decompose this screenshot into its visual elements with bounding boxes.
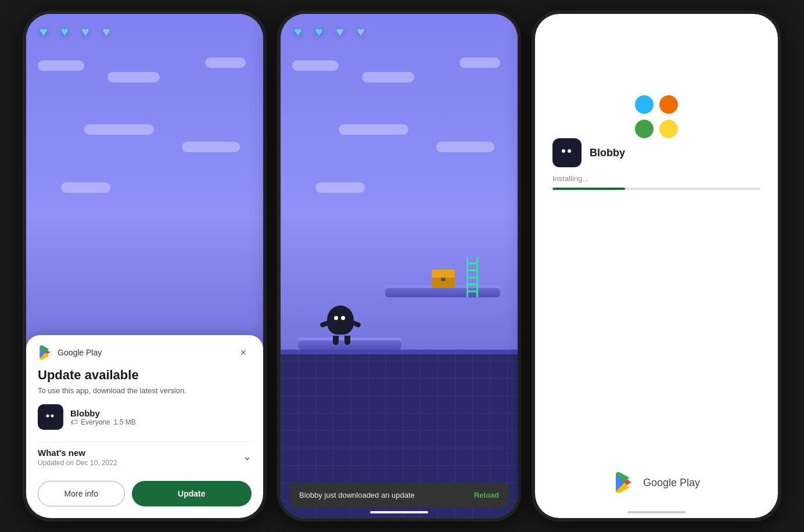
heart-4: ♥ bbox=[98, 24, 114, 39]
whats-new-title: What's new bbox=[38, 448, 117, 458]
svg-point-2 bbox=[51, 415, 54, 418]
ladder-2 bbox=[466, 257, 478, 297]
char-eye-right bbox=[341, 316, 345, 320]
heart-1: ♥ bbox=[35, 24, 52, 39]
progress-bar bbox=[552, 188, 760, 190]
heart-3: ♥ bbox=[77, 24, 94, 39]
whats-new-section: What's new Updated on Dec 10, 2022 ⌄ bbox=[38, 441, 252, 473]
blobby-character-2 bbox=[327, 305, 356, 340]
phone-frame-1: ♥ ♥ ♥ ♥ bbox=[23, 10, 267, 522]
app-info-row: Blobby 🏷 Everyone 1.5 MB bbox=[38, 404, 252, 430]
phone-frame-2: ♥ ♥ ♥ ♥ bbox=[277, 10, 521, 522]
dialog-subtitle: To use this app, download the latest ver… bbox=[38, 386, 252, 395]
gplay-footer: Google Play bbox=[613, 470, 700, 495]
snackbar-text: Blobby just downloaded an update bbox=[299, 491, 415, 499]
char-eye-left bbox=[334, 316, 338, 320]
install-app-icon bbox=[552, 138, 582, 167]
app-size: 1.5 MB bbox=[114, 418, 136, 426]
snackbar: Blobby just downloaded an update Reload bbox=[290, 483, 508, 508]
dot-green bbox=[635, 120, 654, 138]
platform-right bbox=[385, 288, 500, 297]
progress-bar-fill bbox=[552, 188, 625, 190]
app-icon bbox=[38, 404, 63, 430]
cloud-platform bbox=[339, 124, 408, 135]
cloud-platform bbox=[460, 57, 500, 68]
cloud-platform bbox=[362, 72, 414, 82]
install-app-name: Blobby bbox=[590, 147, 625, 159]
dialog-header: Google Play × bbox=[38, 344, 252, 361]
whats-new-date: Updated on Dec 10, 2022 bbox=[38, 459, 117, 467]
dot-orange bbox=[659, 95, 678, 114]
dot-blue bbox=[635, 95, 654, 114]
svg-point-6 bbox=[562, 149, 565, 153]
app-details: Blobby 🏷 Everyone 1.5 MB bbox=[70, 408, 136, 426]
app-rating: Everyone bbox=[81, 418, 110, 426]
char-leg-right bbox=[344, 336, 350, 345]
install-app-row: Blobby bbox=[552, 138, 760, 167]
game-screen-2: ♥ ♥ ♥ ♥ bbox=[281, 14, 518, 518]
app-name: Blobby bbox=[70, 408, 136, 418]
phone-frame-3: Blobby Installing... Google Play bbox=[532, 10, 781, 522]
svg-point-7 bbox=[568, 149, 571, 153]
gplay-footer-icon bbox=[613, 470, 637, 495]
cloud-platform bbox=[84, 124, 154, 135]
svg-point-5 bbox=[558, 143, 576, 161]
svg-rect-4 bbox=[52, 423, 55, 426]
home-indicator-3 bbox=[627, 511, 685, 513]
hearts-display: ♥ ♥ ♥ ♥ bbox=[35, 24, 114, 39]
install-screen: Blobby Installing... Google Play bbox=[535, 14, 778, 518]
svg-point-1 bbox=[46, 415, 49, 418]
svg-point-0 bbox=[42, 408, 59, 425]
chest-lock bbox=[441, 278, 446, 281]
cloud-platform bbox=[107, 72, 160, 82]
dialog-title: Update available bbox=[38, 368, 252, 383]
cloud-platform bbox=[315, 182, 365, 193]
heart-2: ♥ bbox=[56, 24, 73, 39]
char-body bbox=[327, 305, 354, 335]
cloud-platform bbox=[182, 142, 240, 152]
home-indicator-2 bbox=[370, 511, 428, 513]
svg-rect-8 bbox=[562, 159, 566, 163]
blobby-install-icon bbox=[555, 143, 579, 163]
google-play-logo: Google Play bbox=[38, 344, 102, 361]
cloud-platform bbox=[292, 60, 339, 71]
update-dialog: Google Play × Update available To use th… bbox=[26, 335, 263, 518]
heart-1: ♥ bbox=[290, 24, 306, 39]
google-play-icon bbox=[38, 344, 54, 361]
dot-yellow bbox=[659, 120, 678, 138]
cloud-platform bbox=[205, 57, 246, 68]
install-status: Installing... bbox=[552, 174, 760, 183]
char-legs bbox=[327, 336, 356, 345]
close-button[interactable]: × bbox=[235, 344, 252, 361]
rating-icon: 🏷 bbox=[70, 418, 77, 426]
cloud-platform bbox=[38, 60, 84, 71]
gplay-footer-text: Google Play bbox=[643, 477, 700, 489]
char-leg-left bbox=[333, 336, 339, 345]
svg-rect-3 bbox=[46, 423, 49, 426]
more-info-button[interactable]: More info bbox=[38, 481, 125, 506]
cloud-platform bbox=[436, 142, 494, 152]
install-app-info: Blobby Installing... bbox=[552, 138, 760, 190]
whats-new-content: What's new Updated on Dec 10, 2022 bbox=[38, 448, 117, 467]
app-meta: 🏷 Everyone 1.5 MB bbox=[70, 418, 136, 426]
treasure-chest-2 bbox=[432, 269, 455, 288]
google-play-label: Google Play bbox=[58, 348, 102, 357]
heart-3: ♥ bbox=[332, 24, 348, 39]
install-dots-grid bbox=[635, 95, 678, 138]
cloud-platform bbox=[61, 182, 110, 193]
blobby-mini-icon bbox=[40, 408, 61, 426]
chevron-down-icon[interactable]: ⌄ bbox=[243, 450, 252, 463]
hearts-display-2: ♥ ♥ ♥ ♥ bbox=[290, 24, 369, 39]
svg-rect-9 bbox=[568, 159, 572, 163]
action-row: More info Update bbox=[38, 481, 252, 506]
heart-2: ♥ bbox=[311, 24, 327, 39]
heart-4: ♥ bbox=[353, 24, 369, 39]
update-button[interactable]: Update bbox=[132, 481, 252, 506]
snackbar-action[interactable]: Reload bbox=[474, 491, 499, 499]
